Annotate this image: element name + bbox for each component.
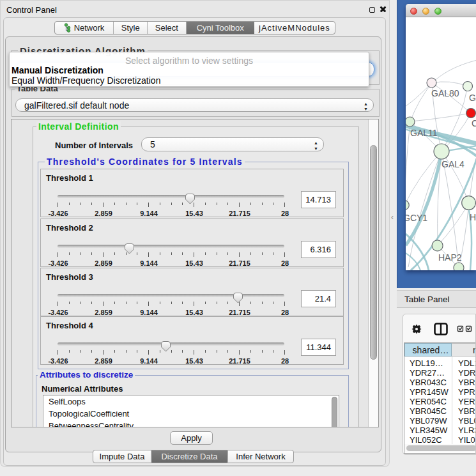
svg-text:GAL4: GAL4: [441, 159, 464, 169]
svg-text:HAP2: HAP2: [438, 252, 462, 263]
svg-text:GAL11: GAL11: [410, 128, 438, 138]
svg-text:H: H: [470, 212, 476, 222]
svg-text:C: C: [472, 118, 476, 128]
svg-text:GA: GA: [469, 93, 476, 103]
svg-text:GAL80: GAL80: [431, 88, 459, 98]
svg-text:GCY1: GCY1: [406, 213, 427, 223]
